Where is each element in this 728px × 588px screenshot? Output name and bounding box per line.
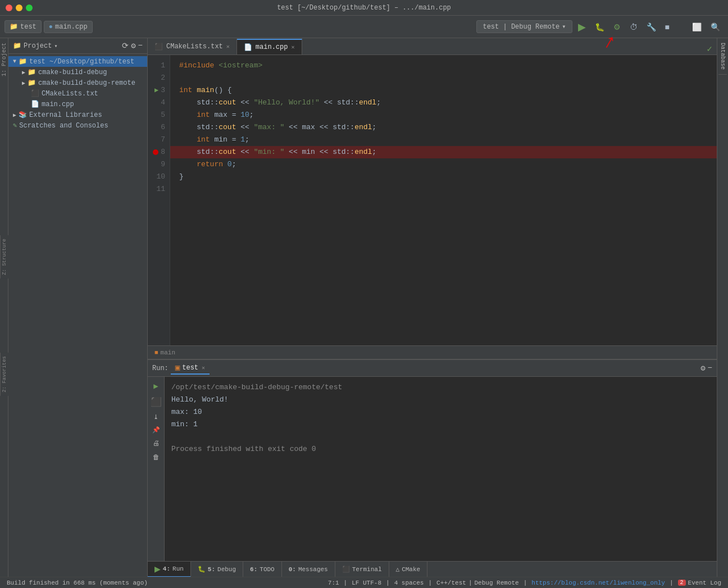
tree-item-maincpp[interactable]: 📄 main.cpp: [8, 99, 147, 110]
tree-item-cmakelists[interactable]: ⬛ CMakeLists.txt: [8, 88, 147, 99]
split-button[interactable]: ⬜: [689, 20, 705, 34]
debug-tab-label: Debug: [217, 566, 236, 573]
tree-item-cmake-build-debug[interactable]: ▶ 📁 cmake-build-debug: [8, 67, 147, 78]
str-hello: "Hello, World!": [254, 97, 320, 109]
stop-icon: ⬛: [151, 396, 162, 408]
project-tree: ▼ 📁 test ~/Desktop/github/test ▶ 📁 cmake…: [8, 54, 147, 577]
dropdown-icon: ▾: [54, 43, 57, 49]
code-line-3: int main () {: [170, 84, 717, 97]
run-tab-close-icon[interactable]: ✕: [202, 364, 205, 371]
tree-item-scratches[interactable]: ✎ Scratches and Consoles: [8, 120, 147, 131]
run-panel-header: Run: ▣ test ✕ ⚙ −: [148, 360, 717, 377]
tree-item-test[interactable]: ▼ 📁 test ~/Desktop/github/test: [8, 56, 147, 67]
tab-cmakelists[interactable]: ⬛ CMakeLists.txt ✕: [148, 39, 237, 54]
folder-icon: 📁: [13, 42, 21, 50]
run-config-button[interactable]: test | Debug Remote ▾: [476, 20, 572, 33]
line-num-10: 10: [148, 171, 170, 183]
line-num-3: ▶3: [148, 84, 170, 97]
valgrind-button[interactable]: 🔧: [643, 20, 659, 34]
project-sidebar-label[interactable]: 1: Project: [0, 40, 8, 79]
build-status-bar: Build finished in 668 ms (moments ago) 7…: [0, 577, 728, 588]
minimize-panel-icon[interactable]: −: [138, 41, 143, 51]
tab-label: CMakeLists.txt: [166, 43, 223, 51]
clear-button[interactable]: 🗑: [151, 451, 162, 464]
project-panel: 📁 Project ▾ ⟳ ⚙ − ▼ 📁 test ~/Desktop/git…: [8, 38, 148, 577]
breakpoint-marker[interactable]: [153, 149, 158, 155]
minimize-button[interactable]: [16, 4, 22, 11]
ns-std: std: [197, 97, 210, 109]
expand-arrow: ▶: [13, 112, 16, 118]
run-again-button[interactable]: ▶: [151, 379, 160, 393]
line-num-5: 5: [148, 109, 170, 121]
line-num-11: 11: [148, 183, 170, 195]
main-toolbar: 📁 test ● main.cpp test | Debug Remote ▾ …: [0, 16, 728, 38]
close-tab-icon[interactable]: ✕: [291, 44, 294, 51]
bottom-tab-debug[interactable]: 🐛 5: Debug: [191, 562, 243, 577]
tree-item-cmake-build-debug-remote[interactable]: ▶ 📁 cmake-build-debug-remote: [8, 78, 147, 88]
code-editor[interactable]: 1 2 ▶3 4 5 6 7 8 9 10 11 #include: [148, 55, 717, 345]
profile-button[interactable]: ⏱: [626, 20, 641, 34]
database-tab[interactable]: Database: [718, 38, 727, 75]
scratch-icon: ✎: [13, 121, 17, 130]
run-content: ▶ ⬛ ⤓ 📌 🖨 🗑 /opt/test/cmake-build-debug-…: [148, 377, 717, 561]
messages-tab-num: 0:: [289, 566, 296, 573]
code-line-9: return 0 ;: [170, 158, 717, 171]
encoding-indicator: LF UTF-8: [352, 580, 381, 586]
sync-icon[interactable]: ⟳: [122, 41, 129, 51]
event-log-label[interactable]: Event Log: [688, 580, 721, 586]
run-panel: Run: ▣ test ✕ ⚙ − ▶ ⬛ ⤓: [148, 359, 717, 561]
stop-button[interactable]: ⬛: [148, 394, 164, 410]
cmake-icon: ⬛: [31, 89, 39, 98]
bottom-tab-todo[interactable]: 6: TODO: [243, 562, 282, 577]
favorites-label[interactable]: 2: Favorites: [0, 353, 8, 396]
close-tab-icon[interactable]: ✕: [226, 43, 230, 50]
scroll-to-end-button[interactable]: ⤓: [151, 411, 161, 423]
bottom-tab-terminal[interactable]: ⬛ Terminal: [335, 562, 389, 577]
run-tab-test[interactable]: ▣ test ✕: [171, 362, 210, 375]
tab-maincpp[interactable]: 📄 main.cpp ✕: [237, 39, 302, 54]
code-line-11: [170, 183, 717, 195]
tree-item-label: Scratches and Consoles: [19, 122, 108, 130]
kw-int: int: [179, 84, 192, 97]
bottom-tab-run[interactable]: ▶ 4: Run: [148, 562, 191, 577]
editor-area: ⬛ CMakeLists.txt ✕ 📄 main.cpp ✕ ✓ 1 2 ▶3…: [148, 38, 717, 577]
settings-icon[interactable]: ⚙: [700, 363, 705, 373]
bottom-tab-cmake[interactable]: △ CMake: [389, 562, 428, 577]
structure-label[interactable]: Z: Structure: [0, 235, 8, 279]
code-lines: #include <iostream> int main () {: [170, 55, 717, 345]
pin-button[interactable]: 📌: [150, 424, 162, 436]
settings-icon[interactable]: ⚙: [131, 41, 135, 51]
run-output: /opt/test/cmake-build-debug-remote/test …: [165, 377, 717, 561]
run-output-hello: Hello, World!: [171, 394, 710, 406]
run-output-min: min: 1: [171, 418, 710, 431]
close-button[interactable]: [6, 4, 12, 11]
terminal-tab-icon: ⬛: [342, 566, 350, 573]
csdn-link[interactable]: https://blog.csdn.net/liwenlong_only: [531, 580, 665, 586]
run-output-empty: [171, 431, 710, 443]
title-bar: test [~/Desktop/github/test] – .../main.…: [0, 0, 728, 16]
run-button[interactable]: ▶: [575, 19, 589, 35]
run-output-max: max: 10: [171, 406, 710, 418]
search-button[interactable]: 🔍: [707, 20, 724, 34]
maximize-button[interactable]: [26, 4, 33, 11]
file-tab[interactable]: ● main.cpp: [44, 21, 93, 33]
project-button[interactable]: 📁 test: [4, 20, 42, 33]
window-controls[interactable]: [6, 4, 33, 11]
stop-button[interactable]: ■: [662, 20, 673, 34]
tree-item-external-libs[interactable]: ▶ 📚 External Libraries: [8, 110, 147, 120]
print-button[interactable]: 🖨: [151, 437, 162, 450]
bottom-tab-messages[interactable]: 0: Messages: [282, 562, 335, 577]
favorites-tab[interactable]: 2: Favorites: [0, 353, 8, 396]
folder-icon: 📁: [10, 22, 18, 31]
debug-build-button[interactable]: 🐛: [592, 20, 608, 34]
tree-item-label: External Libraries: [29, 111, 102, 119]
expand-arrow: ▶: [22, 69, 25, 76]
structure-tab[interactable]: Z: Structure: [0, 235, 8, 279]
cpp-tab-icon: 📄: [244, 43, 252, 52]
coverage-button[interactable]: ⚙: [610, 20, 624, 34]
header-iostream: <iostream>: [219, 60, 262, 72]
line-num-2: 2: [148, 72, 170, 84]
cmake-tab-label: CMake: [402, 566, 420, 573]
minimize-icon[interactable]: −: [708, 363, 712, 373]
folder-icon: 📁: [28, 79, 36, 87]
